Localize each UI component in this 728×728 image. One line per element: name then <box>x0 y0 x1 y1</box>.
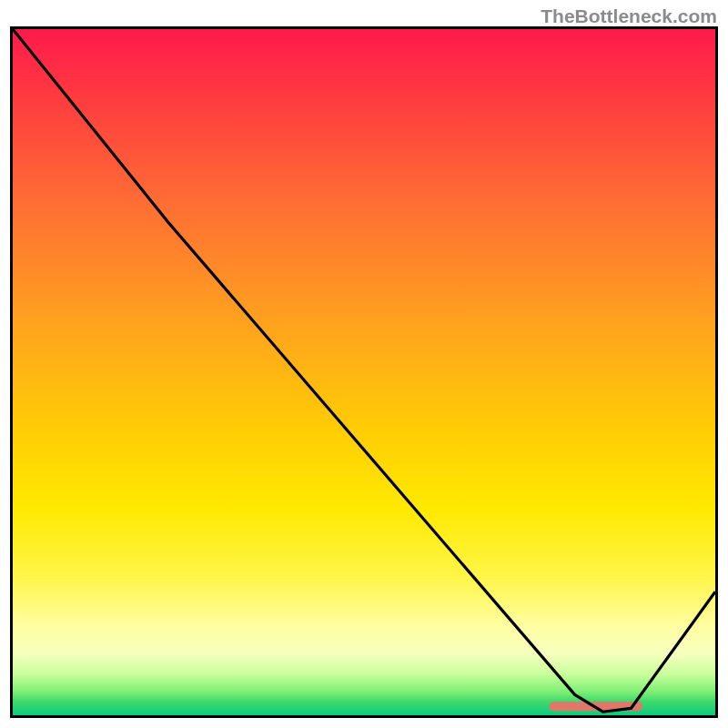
watermark-text: TheBottleneck.com <box>541 5 717 27</box>
data-line <box>13 29 715 712</box>
chart-svg <box>13 29 715 715</box>
chart-frame <box>10 26 718 718</box>
